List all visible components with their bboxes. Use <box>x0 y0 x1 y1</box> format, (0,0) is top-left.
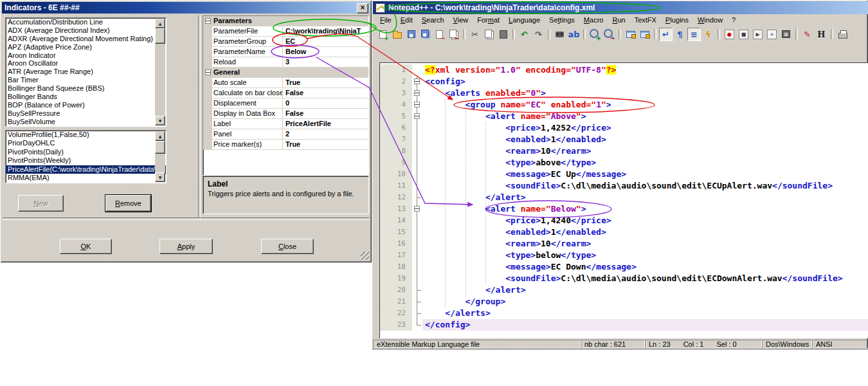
menu-item-view[interactable]: View <box>449 15 473 24</box>
playback-macro-icon[interactable]: ▶ <box>751 28 764 41</box>
configured-list-scrollbar[interactable]: ▲ ▼ <box>155 131 165 182</box>
code-line[interactable]: 2<config> <box>380 76 868 87</box>
code-text[interactable]: <message>EC Up</message> <box>422 169 868 180</box>
code-line[interactable]: 13 <alert name="Below"> <box>380 203 868 215</box>
code-text[interactable]: <rearm>10</rearm> <box>422 238 868 250</box>
new-file-icon[interactable]: + <box>376 28 390 41</box>
scroll-down-icon[interactable]: ▼ <box>155 116 165 125</box>
xml-editor[interactable]: 1<?xml version="1.0" encoding="UTF-8"?>2… <box>379 62 868 338</box>
code-text[interactable]: <group name="EC" enabled="1"> <box>422 99 868 111</box>
property-value[interactable]: PriceAlertFile <box>283 119 368 129</box>
menu-item-search[interactable]: Search <box>417 15 449 24</box>
property-row[interactable]: ParameterNameBelow <box>203 47 368 57</box>
code-line[interactable]: 3 <alerts enabled="0"> <box>380 87 868 99</box>
code-line[interactable]: 22 </alerts> <box>380 308 868 319</box>
resize-grip[interactable] <box>361 252 369 260</box>
paste-icon[interactable] <box>496 28 510 41</box>
list-item[interactable]: Aroon Oscillator <box>6 59 166 68</box>
word-wrap-icon[interactable]: ↵ <box>659 28 673 41</box>
code-text[interactable]: <enabled>1</enabled> <box>422 134 868 145</box>
textfx-pen-icon[interactable]: ✎ <box>800 28 814 41</box>
code-text[interactable]: <config> <box>422 76 868 87</box>
list-item[interactable]: ADX (Average Directional Index) <box>6 26 166 35</box>
code-text[interactable]: <rearm>10</rearm> <box>422 145 868 157</box>
code-text[interactable]: <?xml version="1.0" encoding="UTF-8"?> <box>422 64 868 76</box>
property-grid[interactable]: ParametersParameterFileC:\work\trading\N… <box>203 15 369 176</box>
code-line[interactable]: 21 </group> <box>380 296 868 308</box>
code-line[interactable]: 15 <enabled>1</enabled> <box>380 226 868 238</box>
zoom-in-icon[interactable]: + <box>588 28 602 41</box>
list-item[interactable]: Accumulation/Distribution Line <box>6 18 166 26</box>
fold-margin[interactable] <box>412 111 422 122</box>
fold-margin[interactable] <box>412 99 422 111</box>
list-item[interactable]: Bar Timer <box>6 76 166 84</box>
new-button[interactable]: New <box>18 195 64 212</box>
list-item[interactable]: Aroon Indicator <box>6 51 166 60</box>
close-icon[interactable]: × <box>357 3 368 14</box>
code-line[interactable]: 16 <rearm>10</rearm> <box>380 238 868 250</box>
property-value[interactable]: False <box>283 109 368 119</box>
fold-margin[interactable] <box>412 87 422 99</box>
menu-item-format[interactable]: Format <box>473 15 504 24</box>
list-item[interactable]: PriorDayOHLC <box>6 139 166 147</box>
sync-horizontal-scroll-icon[interactable] <box>638 28 651 41</box>
save-all-icon[interactable] <box>419 28 432 41</box>
code-line[interactable]: 9 <type>above</type> <box>380 157 868 169</box>
ok-button[interactable]: OK <box>60 239 112 254</box>
code-line[interactable]: 20 </alert> <box>380 284 868 296</box>
code-line[interactable]: 8 <rearm>10</rearm> <box>380 145 868 157</box>
code-text[interactable]: </alerts> <box>422 308 868 319</box>
available-list-scrollbar[interactable]: ▲ ▼ <box>155 19 165 125</box>
collapse-icon[interactable] <box>205 69 211 75</box>
property-row[interactable]: Auto scaleTrue <box>203 78 368 88</box>
cut-icon[interactable]: ✂ <box>468 28 482 41</box>
fold-margin[interactable] <box>412 76 422 87</box>
scroll-up-icon[interactable]: ▲ <box>155 19 165 28</box>
notepad-titlebar[interactable]: Notepad++ - C:\work\trading\NinjaTrader\… <box>373 1 868 14</box>
menu-item-[interactable]: ? <box>727 15 740 24</box>
start-record-macro-icon[interactable]: ● <box>723 28 736 41</box>
html-preview-icon[interactable]: H <box>815 28 828 41</box>
code-line[interactable]: 4 <group name="EC" enabled="1"> <box>380 99 868 111</box>
property-row[interactable]: Display in Data BoxFalse <box>203 109 368 119</box>
code-text[interactable]: <alert name="Above"> <box>422 111 868 122</box>
code-line[interactable]: 17 <type>below</type> <box>380 250 868 261</box>
run-macro-multiple-icon[interactable]: » <box>765 28 779 41</box>
copy-icon[interactable] <box>482 28 496 41</box>
property-row[interactable]: ParameterGroupEC <box>203 37 368 47</box>
sync-vertical-scroll-icon[interactable] <box>624 28 637 41</box>
close-button[interactable]: Close <box>261 239 314 254</box>
code-text[interactable]: <alert name="Below"> <box>422 203 868 215</box>
find-icon[interactable] <box>553 28 566 41</box>
apply-button[interactable]: Apply <box>159 239 213 254</box>
zoom-out-icon[interactable]: − <box>602 28 616 41</box>
code-line[interactable]: 1<?xml version="1.0" encoding="UTF-8"?> <box>380 64 868 76</box>
code-text[interactable]: <price>1,4252</price> <box>422 122 868 134</box>
property-category[interactable]: Parameters <box>203 16 368 26</box>
list-item[interactable]: BuySellVolume <box>6 118 166 126</box>
show-all-characters-icon[interactable]: ¶ <box>673 28 687 41</box>
menu-item-language[interactable]: Language <box>504 15 545 24</box>
property-value[interactable]: 2 <box>283 129 368 140</box>
collapse-icon[interactable] <box>205 18 211 24</box>
code-text[interactable]: </group> <box>422 296 868 308</box>
list-item[interactable]: ATR (Average True Range) <box>6 68 166 76</box>
list-item[interactable]: BOP (Balance of Power) <box>6 101 166 109</box>
menu-item-settings[interactable]: Settings <box>545 15 579 24</box>
code-text[interactable]: </alert> <box>422 284 868 296</box>
open-file-icon[interactable] <box>390 28 404 41</box>
menu-item-run[interactable]: Run <box>608 15 629 24</box>
fold-margin[interactable] <box>412 203 422 215</box>
save-macro-icon[interactable]: ≡ <box>779 28 793 41</box>
list-item[interactable]: Bollinger Bands <box>6 93 166 101</box>
list-item[interactable]: PriceAlertFile(C:\work\trading\NinjaTrad… <box>6 165 166 174</box>
code-line[interactable]: 11 <soundFile>C:\dl\media\audio\sound\ed… <box>380 180 868 192</box>
code-line[interactable]: 12 </alert> <box>380 192 868 203</box>
list-item[interactable]: Bollinger Band Squeeze (BBS) <box>6 84 166 93</box>
available-indicators-list[interactable]: Accumulation/Distribution LineADX (Avera… <box>5 17 167 127</box>
property-row[interactable]: Displacement0 <box>203 98 368 109</box>
menu-item-plugins[interactable]: Plugins <box>661 15 693 24</box>
menu-item-macro[interactable]: Macro <box>579 15 608 24</box>
property-value[interactable]: C:\work\trading\NinjaT <box>283 26 368 37</box>
indicators-dialog-titlebar[interactable]: Indicators - 6E ##-## <box>2 2 370 14</box>
